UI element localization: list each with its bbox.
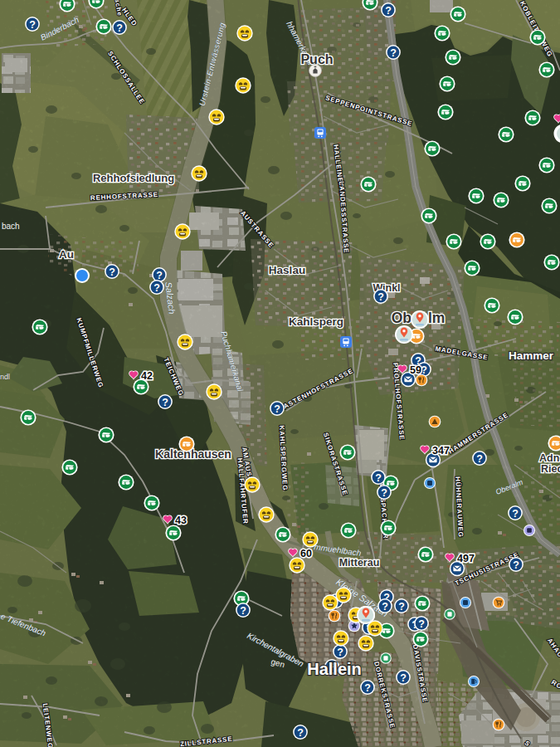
svg-text:347: 347 xyxy=(432,445,450,456)
svg-text:Riedl: Riedl xyxy=(541,463,560,475)
svg-text:Adnet: Adnet xyxy=(539,452,560,464)
svg-text:Haslau: Haslau xyxy=(269,264,305,276)
svg-text:Kaltenhausen: Kaltenhausen xyxy=(155,447,231,461)
svg-text:497: 497 xyxy=(457,553,475,564)
svg-text:59: 59 xyxy=(410,364,421,376)
svg-text:42: 42 xyxy=(141,370,153,382)
svg-text:43: 43 xyxy=(175,515,187,526)
svg-text:Rehhofsiedlung: Rehhofsiedlung xyxy=(93,172,174,184)
svg-text:lm: lm xyxy=(428,310,445,326)
svg-text:ndl: ndl xyxy=(0,373,10,381)
svg-text:bach: bach xyxy=(2,222,20,231)
svg-text:Hammer: Hammer xyxy=(509,349,554,362)
svg-text:60: 60 xyxy=(300,548,312,559)
svg-text:Mitterau: Mitterau xyxy=(339,557,380,569)
svg-text:Au: Au xyxy=(59,248,74,261)
svg-text:Ob: Ob xyxy=(392,310,411,326)
svg-text:Hallein: Hallein xyxy=(307,660,362,678)
svg-text:Kahlsperg: Kahlsperg xyxy=(289,315,343,328)
